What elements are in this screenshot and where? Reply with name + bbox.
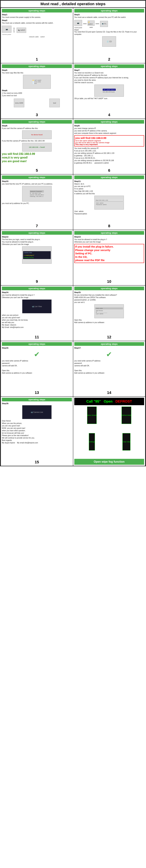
page-title: Must read , detailed operation steps <box>0 0 146 8</box>
network-diagram-2: 📷 Camera power ⚡ switch switch 💻 PC <box>74 19 144 28</box>
step16-label: Step16: <box>2 347 72 349</box>
step11-label: Step11: <box>74 180 144 182</box>
step6-label: Step6: <box>2 89 72 92</box>
step14-text: you must be allowed to install the plug-… <box>2 294 72 299</box>
cell-10: operating steps Step13: You must be allo… <box>73 230 145 285</box>
cell-5: operating steps Step8: If you can't find… <box>1 119 73 174</box>
step8-label: Step8: <box>2 125 72 127</box>
defrost-img-2: Defrost Mode <box>121 407 131 424</box>
step2-text: You must use a network cable, connect th… <box>2 22 72 24</box>
cell-12-num: 12 <box>107 335 111 339</box>
pc-img: 💻 PC <box>100 21 108 27</box>
step9-text: you need change camera IP.you need set t… <box>74 127 144 134</box>
step17-label: Step17: <box>74 347 144 349</box>
not-found-img: No device found <box>22 130 51 139</box>
step8-text: If you can't find the camera IP address … <box>2 127 72 130</box>
open-text: Open <box>104 399 113 403</box>
cell-13-header: operating steps <box>2 342 72 346</box>
step16-text: you need write camera IP addresspassword… <box>2 360 72 374</box>
step13-text: You must be allowed to install the plug-… <box>74 238 144 243</box>
switch-img-2: ⚡ switch <box>88 21 95 26</box>
step15-label: Step15: <box>74 291 144 293</box>
cell-4-header: operating steps <box>74 64 144 68</box>
check-icon-14: ✔ <box>74 350 144 358</box>
ip-callout: you will find:192.168.0.99 not in the sa… <box>74 135 144 147</box>
step17-text: you need write camera IP addresspassword… <box>74 360 144 374</box>
cell-5-num: 5 <box>36 168 38 173</box>
cell-1: operating steps Step1: You must connect … <box>1 8 73 63</box>
cd-img: 💿 CD <box>102 36 116 47</box>
important-note: This step is very important! <box>75 144 143 146</box>
cell-12: operating steps Step15: Do you remember … <box>73 285 145 341</box>
step1-text: You must connect the power supply to the… <box>2 16 72 19</box>
tool-icon: tool <box>49 99 60 107</box>
line-1 <box>83 24 86 24</box>
camera-label-1: Camera power <box>2 34 11 35</box>
defrost-img-1: Menu Screen <box>87 407 97 424</box>
cell-6-header: operating steps <box>74 120 144 124</box>
run-icons: ivms-4200 tool <box>2 98 72 108</box>
files-screenshot: 📁 HKT-SADP 📄 ivms-4200 📄 tool <box>23 75 51 89</box>
cell-11: operating steps Step14: you must be allo… <box>1 285 73 341</box>
step2-label: Step2: <box>2 19 72 21</box>
cell-13-num: 13 <box>35 391 39 395</box>
cell-15-header: operating steps <box>2 398 72 401</box>
step12-label: Step12: <box>2 236 72 238</box>
step6-text: 1.You need run ivms-42002.you need run t… <box>2 92 72 97</box>
step3-label: Step3: <box>74 13 144 16</box>
switch-label-2: switch <box>89 27 93 28</box>
cell-14-header: operating steps <box>74 342 144 346</box>
final-screenshot-img: 📹 Camera Live <box>22 405 51 419</box>
cell-4: operating steps Step7: You need run tool… <box>73 63 145 119</box>
step9-label: Step9: <box>74 125 144 127</box>
plugin-img: Camera View ⚠ Install plug-in? [Install]… <box>22 246 51 264</box>
found-img: 192.168.0.99 — found! <box>22 143 51 152</box>
cell-15-num: 15 <box>35 460 39 464</box>
defrost-screenshots: Menu Screen Defrost Mode Settings Clear … <box>74 405 144 459</box>
cell-open-defrost: Call "95" Open DEFROST Menu Screen Defro… <box>73 397 145 466</box>
cell-11-header: operating steps <box>2 287 72 290</box>
step18-text: Dear friend: When you see the picture, y… <box>2 420 72 444</box>
step15-note: Open this.Add camera ip address in you s… <box>74 319 144 324</box>
step10-text: you need find the new PC IP address, and… <box>2 183 72 185</box>
cell-7-num: 7 <box>36 224 38 228</box>
cell-9-num: 9 <box>36 279 38 284</box>
browser-img: http://192.168.1.133 User: admin Passwor… <box>95 196 124 210</box>
defrost-img-4: Clear View <box>122 433 130 451</box>
good-man-msg: you will find:192.168.0.99now,it is very… <box>2 152 72 163</box>
camera-view-img: 📹 Live View <box>22 300 51 313</box>
cell-13: operating steps Step16: ✔ you need write… <box>1 341 73 397</box>
plugin-failure-box: If you install the plug-in failure.Pleas… <box>74 244 144 263</box>
cell-5-header: operating steps <box>2 120 72 124</box>
cell-15: operating steps Step18: 📹 Camera Live De… <box>1 397 73 466</box>
cell-3: operating steps Step5: You need copy fil… <box>1 63 73 119</box>
check-icon-13: ✔ <box>2 350 72 358</box>
cell-6-num: 6 <box>108 168 110 173</box>
step4-label: Step4: <box>74 29 144 31</box>
step4-text: You need find CD,and open Camera CD. Cop… <box>74 31 144 36</box>
step13-label: Step13: <box>74 236 144 238</box>
step1-label: Step1: <box>2 13 72 16</box>
cell-14-num: 14 <box>107 391 111 395</box>
network-diagram-1: 📷 Camera power DC12V 🔌 switch <box>2 25 72 35</box>
cell-1-num: 1 <box>36 57 38 62</box>
step7-text: You need run tool,this is a Search tool.… <box>74 72 144 84</box>
defrost-img-3: Settings <box>89 433 95 451</box>
cell-7-header: operating steps <box>2 176 72 179</box>
step15-text: Do you remember that you installed the c… <box>74 294 144 304</box>
cell-9: operating steps Step12: The first time y… <box>1 230 73 285</box>
cell-9-header: operating steps <box>2 231 72 235</box>
step14-label: Step14: <box>2 291 72 293</box>
cell-2-num: 2 <box>108 57 110 62</box>
not-same-seg: not in the same network segmentyou will … <box>75 140 143 144</box>
ivms-sw-img: iVMS-4200 Add Device IP: ____________ Us… <box>95 304 124 318</box>
cell-11-num: 11 <box>35 335 39 339</box>
cell-3-num: 3 <box>36 113 38 117</box>
search-tool-img: HKT-SADP Search 192.168.0.99 found <box>95 85 124 97</box>
labels-1: network cable switch <box>2 36 72 38</box>
step9-detail: You must modify the camera IP! If you pc… <box>74 147 144 164</box>
switch-img-1: 🔌 switch <box>16 28 26 33</box>
plugin-failure-msg: If you install the plug-in failure.Pleas… <box>75 245 143 262</box>
defrost-text: DEFROST <box>115 399 132 403</box>
step5-text: You need copy files like this: <box>2 72 72 74</box>
